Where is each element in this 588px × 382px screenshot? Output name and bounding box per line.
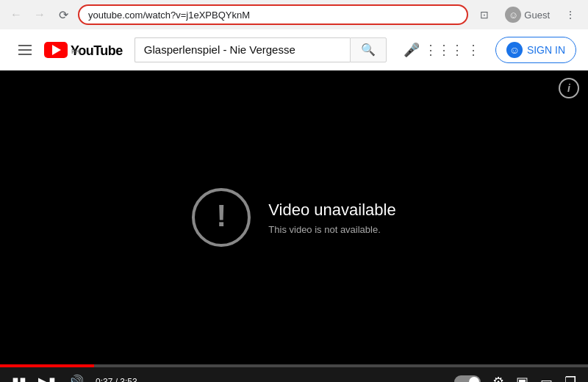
youtube-logo-icon [44,42,68,58]
video-player[interactable]: i ! Video unavailable This video is not … [0,71,588,364]
search-bar: 🔍 [135,37,387,62]
guest-profile[interactable]: ☺ Guest [499,4,556,26]
apps-icon[interactable]: ⋮⋮⋮ [431,37,457,63]
exclamation-icon: ! [216,201,226,231]
guest-label: Guest [524,10,550,21]
sign-in-label: SIGN IN [527,44,565,56]
video-controls-bar: ▮▮ ▶▮ 🔊 0:37 / 3:53 ⚙ ▣ ▭ ❐ [0,364,588,382]
back-button[interactable]: ← [7,6,25,24]
pause-button[interactable]: ▮▮ [7,371,31,382]
browser-chrome: ← → ⟳ youtube.com/watch?v=j1eXPBQYknM ⊡ … [0,0,588,29]
settings-icon[interactable]: ⚙ [488,371,509,382]
forward-button[interactable]: → [31,6,49,24]
video-unavailable-message: ! Video unavailable This video is not av… [192,188,395,247]
browser-titlebar: ← → ⟳ youtube.com/watch?v=j1eXPBQYknM ⊡ … [0,0,588,29]
video-unavailable-subtitle: This video is not available. [268,224,395,235]
hamburger-icon [18,45,32,55]
address-bar[interactable]: youtube.com/watch?v=j1eXPBQYknM [78,4,468,25]
hamburger-line-3 [18,54,32,55]
url-text: youtube.com/watch?v=j1eXPBQYknM [88,10,458,21]
sign-in-button[interactable]: ☺ SIGN IN [495,37,576,63]
progress-filled [0,364,94,367]
youtube-logo[interactable]: YouTube PH [44,42,123,58]
browser-actions: ⊡ ☺ Guest ⋮ [474,4,581,26]
theater-icon[interactable]: ▭ [536,371,557,382]
more-icon[interactable]: ⋮ [460,37,487,63]
header-icons: ⋮⋮⋮ ⋮ ☺ SIGN IN [431,37,576,63]
mic-button[interactable]: 🎤 [398,37,425,63]
miniplayer-icon[interactable]: ▣ [512,371,533,382]
video-unavailable-title: Video unavailable [268,201,395,220]
progress-bar[interactable] [0,364,588,367]
error-circle-icon: ! [192,188,251,247]
video-area: i ! Video unavailable This video is not … [0,71,588,364]
sign-in-avatar-icon: ☺ [506,42,523,58]
hamburger-line-2 [18,49,32,51]
reload-button[interactable]: ⟳ [54,6,72,24]
time-display: 0:37 / 3:53 [91,374,142,382]
info-button[interactable]: i [559,78,579,98]
controls-row: ▮▮ ▶▮ 🔊 0:37 / 3:53 ⚙ ▣ ▭ ❐ [0,367,588,382]
search-button[interactable]: 🔍 [350,37,387,62]
youtube-region: PH [71,48,123,55]
volume-button[interactable]: 🔊 [63,371,88,382]
guest-avatar-icon: ☺ [505,7,521,23]
hamburger-line-1 [18,45,32,46]
fullscreen-icon[interactable]: ❐ [560,371,581,382]
cast-icon[interactable]: ⊡ [474,4,495,25]
more-options-icon[interactable]: ⋮ [560,4,581,25]
next-button[interactable]: ▶▮ [34,371,60,382]
hamburger-menu[interactable] [12,37,38,63]
autoplay-toggle[interactable] [450,372,485,382]
address-bar-wrapper: youtube.com/watch?v=j1eXPBQYknM [78,4,468,25]
search-input[interactable] [135,37,350,62]
youtube-header: YouTube PH 🔍 🎤 ⋮⋮⋮ ⋮ ☺ SIGN IN [0,29,588,71]
error-text: Video unavailable This video is not avai… [268,201,395,235]
youtube-play-triangle [52,45,61,55]
